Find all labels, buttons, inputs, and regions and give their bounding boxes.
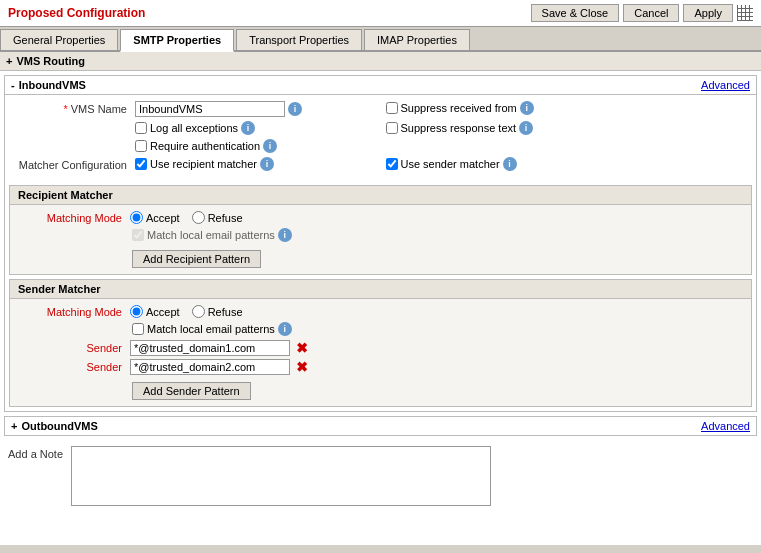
- matcher-config-row: Matcher Configuration Use recipient matc…: [15, 157, 746, 175]
- log-suppress-row: Log all exceptions i Suppress response t…: [15, 121, 746, 139]
- log-exceptions-col: Log all exceptions i: [15, 121, 376, 139]
- inbound-vms-expand-icon[interactable]: -: [11, 79, 15, 91]
- note-section: Add a Note: [0, 440, 761, 512]
- inbound-vms-title: InboundVMS: [19, 79, 86, 91]
- sender-refuse-radio-label[interactable]: Refuse: [192, 305, 243, 318]
- outbound-vms-advanced-link[interactable]: Advanced: [701, 420, 750, 432]
- add-sender-pattern-button[interactable]: Add Sender Pattern: [132, 382, 251, 400]
- tab-general-properties[interactable]: General Properties: [0, 29, 118, 50]
- use-sender-matcher-row: Use sender matcher i: [386, 157, 747, 171]
- recipient-matching-mode-row: Matching Mode Accept Refuse: [20, 211, 741, 224]
- tab-transport-properties[interactable]: Transport Properties: [236, 29, 362, 50]
- log-all-exceptions-checkbox[interactable]: Log all exceptions: [135, 122, 238, 134]
- title-bar: Proposed Configuration Save & Close Canc…: [0, 0, 761, 27]
- apply-button[interactable]: Apply: [683, 4, 733, 22]
- inbound-vms-section: - InboundVMS Advanced VMS Name i: [4, 75, 757, 412]
- sender-refuse-radio[interactable]: [192, 305, 205, 318]
- save-close-button[interactable]: Save & Close: [531, 4, 620, 22]
- suppress-response-col: Suppress response text i: [376, 121, 747, 139]
- window-title: Proposed Configuration: [8, 6, 145, 20]
- sender-label-2: Sender: [20, 361, 130, 373]
- recipient-matcher-content: Matching Mode Accept Refuse: [10, 205, 751, 274]
- sender-matcher-content: Matching Mode Accept Refuse: [10, 299, 751, 406]
- delete-sender-1-icon[interactable]: ✖: [294, 340, 310, 356]
- require-auth-input[interactable]: [135, 140, 147, 152]
- use-sender-matcher-checkbox[interactable]: Use sender matcher: [386, 158, 500, 170]
- vms-name-info-icon[interactable]: i: [288, 102, 302, 116]
- require-auth-info-icon[interactable]: i: [263, 139, 277, 153]
- use-recipient-matcher-row: Matcher Configuration Use recipient matc…: [15, 157, 376, 171]
- recipient-refuse-radio-label[interactable]: Refuse: [192, 211, 243, 224]
- sender-radio-group: Accept Refuse: [130, 305, 243, 318]
- vms-name-field-row: VMS Name i: [15, 101, 376, 117]
- delete-sender-2-icon[interactable]: ✖: [294, 359, 310, 375]
- tab-bar: General Properties SMTP Properties Trans…: [0, 27, 761, 52]
- log-exceptions-row: Log all exceptions i: [15, 121, 376, 135]
- require-auth-checkbox[interactable]: Require authentication: [135, 140, 260, 152]
- vms-routing-header[interactable]: + VMS Routing: [0, 52, 761, 71]
- sender-match-local-checkbox[interactable]: Match local email patterns: [132, 323, 275, 335]
- recipient-matcher-title: Recipient Matcher: [10, 186, 751, 205]
- grid-icon: [737, 5, 753, 21]
- vms-routing-expand-icon[interactable]: +: [6, 55, 12, 67]
- outbound-vms-title-group: + OutboundVMS: [11, 420, 98, 432]
- sender-match-local-info-icon[interactable]: i: [278, 322, 292, 336]
- suppress-received-from-checkbox[interactable]: Suppress received from: [386, 102, 517, 114]
- sender-row-2: Sender ✖: [20, 359, 741, 375]
- tab-imap-properties[interactable]: IMAP Properties: [364, 29, 470, 50]
- outbound-vms-expand-icon[interactable]: +: [11, 420, 17, 432]
- sender-matcher-box: Sender Matcher Matching Mode Accept Refu…: [9, 279, 752, 407]
- vms-routing-label: VMS Routing: [16, 55, 84, 67]
- note-textarea[interactable]: [71, 446, 491, 506]
- vms-name-col: VMS Name i: [15, 101, 376, 121]
- title-bar-buttons: Save & Close Cancel Apply: [531, 4, 753, 22]
- matcher-config-label: Matcher Configuration: [15, 157, 135, 171]
- use-sender-matcher-input[interactable]: [386, 158, 398, 170]
- outbound-vms-section: + OutboundVMS Advanced: [4, 416, 757, 436]
- inbound-vms-form: VMS Name i Suppress received from i: [5, 95, 756, 181]
- tab-smtp-properties[interactable]: SMTP Properties: [120, 29, 234, 52]
- use-recipient-matcher-checkbox[interactable]: Use recipient matcher: [135, 158, 257, 170]
- recipient-matching-mode-label: Matching Mode: [20, 212, 130, 224]
- sender-matching-mode-label: Matching Mode: [20, 306, 130, 318]
- use-recipient-matcher-input[interactable]: [135, 158, 147, 170]
- cancel-button[interactable]: Cancel: [623, 4, 679, 22]
- recipient-accept-radio[interactable]: [130, 211, 143, 224]
- outbound-vms-title: OutboundVMS: [21, 420, 97, 432]
- inbound-vms-advanced-link[interactable]: Advanced: [701, 79, 750, 91]
- inbound-vms-header: - InboundVMS Advanced: [5, 76, 756, 95]
- recipient-match-local-info-icon[interactable]: i: [278, 228, 292, 242]
- log-all-exceptions-input[interactable]: [135, 122, 147, 134]
- note-label: Add a Note: [8, 446, 63, 460]
- recipient-match-local-row: Match local email patterns i: [20, 228, 741, 242]
- use-recipient-matcher-info-icon[interactable]: i: [260, 157, 274, 171]
- sender-input-2[interactable]: [130, 359, 290, 375]
- require-auth-row: Require authentication i: [15, 139, 746, 153]
- add-recipient-pattern-button[interactable]: Add Recipient Pattern: [132, 250, 261, 268]
- sender-row-1: Sender ✖: [20, 340, 741, 356]
- recipient-match-local-input[interactable]: [132, 229, 144, 241]
- sender-match-local-row: Match local email patterns i: [20, 322, 741, 336]
- log-exceptions-info-icon[interactable]: i: [241, 121, 255, 135]
- vms-name-input[interactable]: [135, 101, 285, 117]
- suppress-received-from-input[interactable]: [386, 102, 398, 114]
- use-sender-matcher-info-icon[interactable]: i: [503, 157, 517, 171]
- main-content: + VMS Routing - InboundVMS Advanced VMS …: [0, 52, 761, 545]
- recipient-accept-radio-label[interactable]: Accept: [130, 211, 180, 224]
- sender-input-1[interactable]: [130, 340, 290, 356]
- suppress-response-text-input[interactable]: [386, 122, 398, 134]
- sender-accept-radio[interactable]: [130, 305, 143, 318]
- use-recipient-matcher-col: Matcher Configuration Use recipient matc…: [15, 157, 376, 175]
- suppress-received-info-icon[interactable]: i: [520, 101, 534, 115]
- suppress-response-info-icon[interactable]: i: [519, 121, 533, 135]
- recipient-refuse-radio[interactable]: [192, 211, 205, 224]
- recipient-match-local-checkbox[interactable]: Match local email patterns: [132, 229, 275, 241]
- sender-match-local-input[interactable]: [132, 323, 144, 335]
- sender-label-1: Sender: [20, 342, 130, 354]
- vms-name-label: VMS Name: [15, 103, 135, 115]
- sender-accept-radio-label[interactable]: Accept: [130, 305, 180, 318]
- vms-name-row: VMS Name i Suppress received from i: [15, 101, 746, 121]
- recipient-radio-group: Accept Refuse: [130, 211, 243, 224]
- suppress-response-text-checkbox[interactable]: Suppress response text: [386, 122, 517, 134]
- suppress-response-row: Suppress response text i: [386, 121, 747, 135]
